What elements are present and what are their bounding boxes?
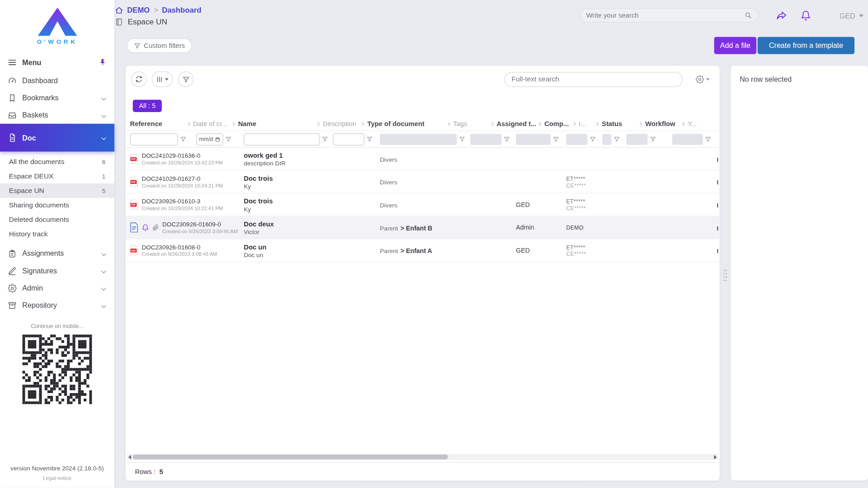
grid-filter-button[interactable] [178,71,194,87]
table-filter-row: mm/d [126,131,720,148]
sort-chevron-icon [490,122,493,126]
column-header-type[interactable]: Type of document [368,120,453,127]
count-badge: 5 [102,188,106,194]
app-logo: O'WORK [0,0,114,47]
chevron-down-icon [101,95,106,100]
column-header-workflow[interactable]: Workflow [645,120,688,127]
column-header-reference[interactable]: Reference [130,120,193,127]
funnel-icon[interactable] [322,136,328,142]
panel-resize-handle[interactable] [722,268,728,284]
add-file-button[interactable]: Add a file [714,37,756,54]
breadcrumb-current[interactable]: Dashboard [162,6,201,15]
column-header-company[interactable]: Comp... [544,120,579,127]
breadcrumb: DEMO > Dashboard [115,6,201,15]
tab-all-documents[interactable]: All : 5 [133,100,162,112]
scrollbar-thumb[interactable] [133,455,448,460]
sidebar-item-sharing-documents[interactable]: Sharing documents [0,198,114,212]
table-header: Reference Date of cr... Name Description… [126,117,720,131]
chevron-down-icon [101,113,106,117]
filter-assigned-select[interactable] [516,134,551,145]
sidebar-item-all-documents[interactable]: All the documents 6 [0,155,114,169]
sidebar-item-espace-deux[interactable]: Espace DEUX 1 [0,169,114,183]
funnel-icon[interactable] [553,136,559,142]
search-icon[interactable] [744,11,753,20]
filter-reference-input[interactable] [130,133,178,145]
share-button[interactable] [775,10,788,23]
funnel-icon[interactable] [225,136,231,142]
column-header-date[interactable]: Date of cr... [193,120,238,127]
table-row[interactable]: DOC230926-01609-0Created on 9/26/2023 3:… [126,216,720,239]
sort-chevron-icon [538,122,541,126]
funnel-icon[interactable] [367,136,373,142]
funnel-icon[interactable] [504,136,510,142]
sidebar-item-bookmarks[interactable]: Bookmarks [0,89,114,106]
table-row[interactable]: PDF DOC241029-01627-0Created on 10/29/20… [126,171,720,194]
sidebar-item-label: Repository [22,301,57,310]
horizontal-scrollbar[interactable] [127,454,718,460]
sort-chevron-icon [446,122,450,126]
sidebar-item-assignments[interactable]: Assignments [0,245,114,262]
funnel-icon[interactable] [459,136,465,142]
table-row[interactable]: PDF DOC241029-01636-0Created on 10/29/20… [126,148,720,171]
notifications-button[interactable] [801,10,811,23]
user-menu[interactable]: GED [840,12,863,20]
inbox-icon [8,111,17,120]
filter-workflow-select[interactable] [672,134,703,145]
sidebar-item-admin[interactable]: Admin [0,279,114,296]
sidebar-item-signatures[interactable]: Signatures [0,262,114,279]
legal-notice-link[interactable]: Legal notice [0,475,114,488]
filter-name-input[interactable] [244,133,320,145]
sidebar-item-deleted-documents[interactable]: Deleted documents [0,212,114,227]
filter-type-select[interactable] [380,134,457,145]
sidebar-item-label: Doc [22,134,36,142]
filter-description-input[interactable] [333,133,364,145]
create-from-template-button[interactable]: Create from a template [758,37,855,54]
sidebar-item-label: Signatures [22,267,57,275]
column-picker-button[interactable] [152,71,173,87]
filter-date-input[interactable]: mm/d [196,133,223,145]
funnel-icon[interactable] [180,136,187,142]
scroll-right-arrow-icon[interactable] [714,455,717,459]
pin-sidebar-button[interactable] [99,59,106,66]
filter-i-select[interactable] [603,134,612,145]
column-header-i[interactable]: I... [579,120,602,127]
scroll-left-arrow-icon[interactable] [128,455,131,459]
funnel-icon[interactable] [705,136,712,142]
hamburger-icon [8,58,17,67]
column-header-description[interactable]: Description [323,120,368,127]
funnel-icon[interactable] [613,136,620,142]
custom-filters-label: Custom filters [144,42,185,50]
column-header-status[interactable]: Status [602,120,645,127]
sidebar-item-repository[interactable]: Repository [0,296,114,314]
count-badge: 6 [102,158,106,165]
sidebar-item-history-track[interactable]: History track [0,227,114,241]
filter-tags-select[interactable] [470,134,501,145]
filter-company-select[interactable] [566,134,587,145]
chevron-down-icon [101,251,106,256]
column-header-y[interactable]: Y... [688,120,720,127]
sidebar-item-baskets[interactable]: Baskets [0,107,114,124]
column-header-tags[interactable]: Tags [453,120,496,127]
custom-filters-button[interactable]: Custom filters [127,38,192,53]
grid-settings-button[interactable] [696,75,710,84]
table-row[interactable]: PDF DOC230926-01610-3Created on 10/29/20… [126,193,720,216]
fulltext-search-input[interactable] [511,75,675,83]
funnel-icon[interactable] [650,136,656,142]
column-header-name[interactable]: Name [238,120,323,127]
home-icon[interactable] [115,6,123,15]
submenu-label: Sharing documents [9,201,69,209]
table-row[interactable]: PDF DOC230926-01608-0Created on 9/26/202… [126,239,720,262]
sidebar-item-dashboard[interactable]: Dashboard [0,72,114,89]
filter-status-select[interactable] [627,134,648,145]
column-header-assigned[interactable]: Assigned t... [496,120,544,127]
qr-code [22,334,92,404]
sidebar-item-espace-un[interactable]: Espace UN 5 [0,183,114,198]
space-title: Espace UN [128,17,167,26]
refresh-button[interactable] [131,71,147,87]
funnel-icon[interactable] [590,136,596,142]
global-search-input[interactable] [586,11,744,19]
breadcrumb-root[interactable]: DEMO [127,6,150,15]
sidebar-menu-toggle[interactable]: Menu [0,53,114,72]
sidebar-item-doc[interactable]: Doc [0,124,114,152]
sort-chevron-icon [638,122,642,126]
